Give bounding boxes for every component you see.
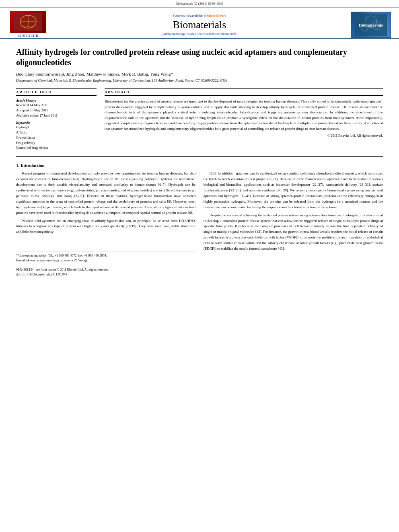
keywords-section: Keywords: Hydrogel Affinity Growth facto… [16,121,97,150]
journal-title: Biomaterials [173,19,226,31]
accepted-date: Accepted 25 May 2011 [16,108,97,113]
journal-volume-bar: Biomaterials 32 (2011) 6839–6849 [0,0,399,8]
doi-text: Biomaterials 32 (2011) 6839–6849 [176,2,224,6]
corresponding-author: * Corresponding author. Tel.: +1 860 486… [16,253,195,258]
elsevier-text: ELSEVIER [17,34,39,38]
intro-para-1: Recent progress in biomaterial developme… [16,171,195,216]
body-right-text: [20]. In addition, aptamers can be synth… [204,171,383,252]
keyword-4: Drug delivery [16,140,97,146]
svg-text:ELSEVIER: ELSEVIER [23,26,33,28]
affiliation-line: Department of Chemical, Materials & Biom… [16,78,383,82]
footnote-section: * Corresponding author. Tel.: +1 860 486… [16,251,195,277]
journal-header: ELSEVIER ELSEVIER Contents lists availab… [0,8,399,39]
article-info-panel: ARTICLE INFO Article history: Received 1… [16,88,97,150]
journal-logo-box: Biomaterials [351,12,391,38]
article-title: Affinity hydrogels for controlled protei… [16,47,383,68]
keyword-5: Controlled drug release [16,145,97,150]
available-date: Available online 17 June 2011 [16,113,97,118]
journal-homepage-line: journal homepage: www.elsevier.com/locat… [162,32,237,36]
intro-section-title: 1. Introduction [16,163,383,168]
body-left-column: Recent progress in biomaterial developme… [16,171,195,277]
body-columns: Recent progress in biomaterial developme… [16,171,383,277]
journal-logo-text: Biomaterials [359,23,383,27]
abstract-text: Biomaterials for the precise control of … [105,99,383,131]
elsevier-logo-graphic: ELSEVIER [10,11,46,33]
intro-right-para-2: Despite the success of achieving the sus… [204,213,383,252]
article-content: Affinity hydrogels for controlled protei… [0,39,399,285]
email-address: E-mail address: yongwang@engr.uconn.edu … [16,258,195,263]
homepage-url[interactable]: www.elsevier.com/locate/biomaterials [187,32,237,36]
page: Biomaterials 32 (2011) 6839–6849 ELSEVIE… [0,0,399,532]
elsevier-logo: ELSEVIER ELSEVIER [8,11,48,38]
keywords-label: Keywords: [16,121,97,125]
abstract-panel: ABSTRACT Biomaterials for the precise co… [105,88,383,150]
body-left-text: Recent progress in biomaterial developme… [16,171,195,235]
doi-line: doi:10.1016/j.biomaterials.2011.05.074 [16,272,195,277]
sciencedirect-line: Contents lists available at ScienceDirec… [173,14,226,18]
section-divider [16,156,383,157]
article-info-abstract: ARTICLE INFO Article history: Received 1… [16,88,383,150]
abstract-heading: ABSTRACT [105,88,383,96]
intro-right-para-1: [20]. In addition, aptamers can be synth… [204,171,383,210]
article-info-heading: ARTICLE INFO [16,88,97,96]
copyright-text: © 2011 Elsevier Ltd. All rights reserved… [105,134,383,138]
intro-para-2: Nucleic acid aptamers are an emerging cl… [16,218,195,235]
authors-line: Boonchoy Soontornworajit, Jing Zhou, Mat… [16,72,383,76]
sciencedirect-name[interactable]: ScienceDirect [207,14,226,18]
history-label: Article history: [16,99,97,103]
keyword-2: Affinity [16,130,97,135]
keyword-3: Growth factor [16,135,97,140]
keyword-1: Hydrogel [16,125,97,130]
journal-center-header: Contents lists available at ScienceDirec… [48,14,351,38]
article-history: Article history: Received 14 May 2011 Ac… [16,99,97,118]
body-right-column: [20]. In addition, aptamers can be synth… [204,171,383,277]
received-date: Received 14 May 2011 [16,103,97,108]
issn-line: 0142-9612/$ – see front matter © 2011 El… [16,267,195,272]
